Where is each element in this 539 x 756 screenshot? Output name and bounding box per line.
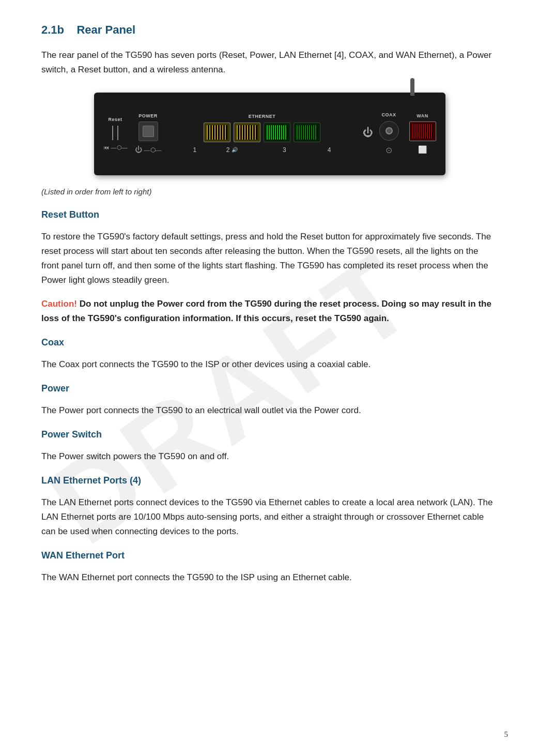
eth-port-1 [204, 123, 230, 142]
power-arrow: ⏻ —⬡— [135, 144, 162, 156]
eth-port-3 [264, 123, 290, 142]
eth-num-3: 3 [271, 145, 298, 155]
eth-num-1: 1 [181, 145, 208, 155]
router-rear-panel: Reset ⏮ —⬡— POWER [94, 93, 445, 175]
reset-button-body: To restore the TG590's factory default s… [41, 230, 498, 288]
wan-port-lines [412, 124, 433, 139]
caution-section: Caution! Do not unplug the Power cord fr… [41, 297, 498, 326]
reset-lines [111, 126, 119, 140]
power-port-box [138, 122, 158, 141]
page-number: 5 [504, 728, 509, 740]
wan-ethernet-heading: WAN Ethernet Port [41, 548, 498, 563]
caution-label: Caution! [41, 299, 77, 309]
coax-inner [386, 127, 393, 134]
caution-paragraph: Caution! Do not unplug the Power cord fr… [41, 297, 498, 326]
image-caption: (Listed in order from left to right) [41, 186, 498, 198]
reset-label: Reset [108, 116, 122, 123]
power-switch-section: ⏻ [363, 124, 373, 144]
coax-label: COAX [381, 111, 396, 118]
lan-ethernet-section: LAN Ethernet Ports (4) The LAN Ethernet … [41, 473, 498, 539]
ethernet-ports-row [204, 123, 320, 142]
coax-symbol: ⊙ [386, 144, 392, 157]
eth-num-2: 2 🔊 [226, 145, 253, 155]
eth-port-lines-1 [207, 125, 227, 140]
lan-ethernet-body: The LAN Ethernet ports connect devices t… [41, 495, 498, 539]
antenna [410, 78, 414, 96]
section-title: Rear Panel [76, 23, 135, 36]
reset-line-1 [112, 126, 113, 140]
power-switch-heading: Power Switch [41, 427, 498, 442]
wan-port-box [409, 122, 436, 141]
reset-symbols: ⏮ —⬡— [103, 143, 128, 153]
section-number: 2.1b [41, 23, 64, 36]
wan-section: WAN ⬜ [409, 112, 436, 156]
caution-body: Do not unplug the Power cord from the TG… [41, 299, 491, 323]
lan-ethernet-heading: LAN Ethernet Ports (4) [41, 473, 498, 488]
wan-ethernet-body: The WAN Ethernet port connects the TG590… [41, 570, 498, 585]
router-image-container: Reset ⏮ —⬡— POWER [41, 93, 498, 175]
ethernet-label: ETHERNET [249, 113, 276, 120]
eth-port-2 [234, 123, 260, 142]
power-switch-description-section: Power Switch The Power switch powers the… [41, 427, 498, 464]
eth-port-lines-2 [237, 125, 257, 140]
reset-line-2 [117, 126, 118, 140]
coax-body: The Coax port connects the TG590 to the … [41, 357, 498, 372]
eth-port-4 [294, 123, 320, 142]
ethernet-section: ETHERNET 1 2 [172, 113, 352, 155]
power-section: POWER ⏻ —⬡— [135, 112, 162, 156]
wan-ethernet-section: WAN Ethernet Port The WAN Ethernet port … [41, 548, 498, 585]
coax-section: COAX ⊙ [379, 111, 399, 157]
section-heading: 2.1b Rear Panel [41, 21, 498, 39]
power-body: The Power port connects the TG590 to an … [41, 403, 498, 418]
coax-description-section: Coax The Coax port connects the TG590 to… [41, 335, 498, 372]
wan-label: WAN [417, 112, 428, 119]
reset-button-section: Reset Button To restore the TG590's fact… [41, 207, 498, 288]
eth-numbers: 1 2 🔊 3 4 [172, 145, 352, 155]
coax-port [379, 121, 399, 141]
wan-symbol: ⬜ [418, 144, 427, 156]
reset-section: Reset ⏮ —⬡— [103, 116, 128, 152]
power-heading: Power [41, 381, 498, 396]
reset-button-heading: Reset Button [41, 207, 498, 222]
coax-heading: Coax [41, 335, 498, 350]
power-description-section: Power The Power port connects the TG590 … [41, 381, 498, 418]
power-switch-body: The Power switch powers the TG590 on and… [41, 449, 498, 464]
eth-num-4: 4 [316, 145, 343, 155]
power-label: POWER [138, 112, 158, 119]
intro-paragraph: The rear panel of the TG590 has seven po… [41, 48, 498, 77]
power-switch-icon: ⏻ [363, 124, 373, 141]
